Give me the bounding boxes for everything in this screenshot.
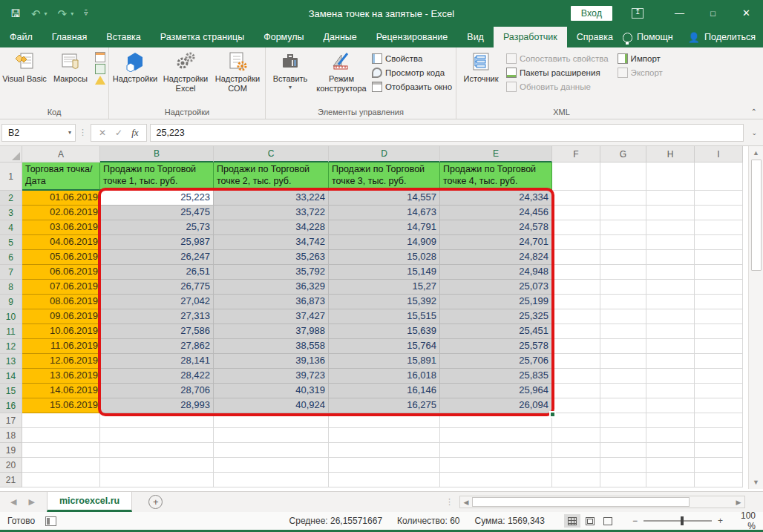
undo-icon[interactable]: ↶	[31, 8, 41, 19]
cell-H15[interactable]	[646, 384, 695, 398]
cell-A3[interactable]: 02.06.2019	[22, 206, 100, 220]
cell-D5[interactable]: 14,909	[329, 235, 440, 250]
cell-E20[interactable]	[440, 458, 552, 473]
page-layout-view-button[interactable]	[582, 514, 598, 528]
cell-G14[interactable]	[600, 369, 646, 384]
row-header-3[interactable]: 3	[0, 206, 22, 220]
cell-D14[interactable]: 16,018	[329, 369, 440, 384]
row-header-18[interactable]: 18	[0, 428, 22, 443]
cell-G3[interactable]	[600, 206, 646, 220]
visual-basic-button[interactable]: Visual Basic	[1, 49, 48, 84]
expand-formula-bar-icon[interactable]: ⌄	[747, 129, 762, 137]
cell-E21[interactable]	[440, 473, 552, 487]
cell-F21[interactable]	[552, 473, 600, 487]
properties-button[interactable]: Свойства	[370, 53, 454, 65]
source-button[interactable]: Источник	[458, 49, 504, 84]
cell-F8[interactable]	[552, 280, 600, 295]
cell-C4[interactable]: 34,228	[214, 220, 329, 235]
cell-D18[interactable]	[329, 428, 440, 443]
macro-record-icon[interactable]	[45, 516, 56, 526]
cell-A20[interactable]	[22, 458, 100, 473]
cell-E7[interactable]: 24,948	[440, 265, 552, 280]
cell-E9[interactable]: 25,199	[440, 295, 552, 309]
cell-E18[interactable]	[440, 428, 552, 443]
cell-C3[interactable]: 33,722	[214, 206, 329, 220]
column-header-H[interactable]: H	[646, 146, 695, 162]
scroll-right-icon[interactable]: ▶	[733, 496, 744, 508]
cell-B16[interactable]: 28,993	[100, 398, 214, 413]
cell-H11[interactable]	[646, 324, 695, 339]
cell-H14[interactable]	[646, 369, 695, 384]
tab-view[interactable]: Вид	[457, 27, 494, 47]
row-header-13[interactable]: 13	[0, 354, 22, 369]
helper-label[interactable]: Помощн	[637, 32, 673, 42]
cell-B2[interactable]: 25,223	[100, 191, 214, 206]
cell-F18[interactable]	[552, 428, 600, 443]
cell-H13[interactable]	[646, 354, 695, 369]
cell-G5[interactable]	[600, 235, 646, 250]
cell-H4[interactable]	[646, 220, 695, 235]
cell-F5[interactable]	[552, 235, 600, 250]
cell-G7[interactable]	[600, 265, 646, 280]
cell-C2[interactable]: 33,224	[214, 191, 329, 206]
page-break-view-button[interactable]	[600, 514, 616, 528]
relative-references-icon[interactable]	[95, 64, 105, 74]
ribbon-display-options-icon[interactable]	[632, 8, 644, 19]
cell-A12[interactable]: 11.06.2019	[22, 339, 100, 354]
cell-H6[interactable]	[646, 250, 695, 265]
login-button[interactable]: Вход	[571, 6, 612, 21]
cell-H12[interactable]	[646, 339, 695, 354]
cell-D2[interactable]: 14,557	[329, 191, 440, 206]
horizontal-scrollbar[interactable]: ◀ ▶	[459, 496, 745, 508]
cell-C20[interactable]	[214, 458, 329, 473]
cell-C16[interactable]: 40,924	[214, 398, 329, 413]
cell-B20[interactable]	[100, 458, 214, 473]
cell-B13[interactable]: 28,141	[100, 354, 214, 369]
cell-F15[interactable]	[552, 384, 600, 398]
enter-icon[interactable]: ✓	[115, 128, 122, 138]
cell-G15[interactable]	[600, 384, 646, 398]
cell-A10[interactable]: 09.06.2019	[22, 309, 100, 324]
cell-C13[interactable]: 39,136	[214, 354, 329, 369]
cell-A4[interactable]: 03.06.2019	[22, 220, 100, 235]
cell-I6[interactable]	[695, 250, 743, 265]
cell-D3[interactable]: 14,673	[329, 206, 440, 220]
cell-G4[interactable]	[600, 220, 646, 235]
normal-view-button[interactable]	[564, 514, 580, 528]
redo-dropdown-icon[interactable]: ▾	[71, 10, 73, 17]
cell-E17[interactable]	[440, 413, 552, 428]
cell-B18[interactable]	[100, 428, 214, 443]
cell-E5[interactable]: 24,701	[440, 235, 552, 250]
cell-E19[interactable]	[440, 443, 552, 458]
row-header-16[interactable]: 16	[0, 398, 22, 413]
cell-B6[interactable]: 26,247	[100, 250, 214, 265]
cell-B4[interactable]: 25,73	[100, 220, 214, 235]
cell-B21[interactable]	[100, 473, 214, 487]
cell-I17[interactable]	[695, 413, 743, 428]
tab-developer[interactable]: Разработчик	[494, 27, 567, 47]
row-header-19[interactable]: 19	[0, 443, 22, 458]
cell-C12[interactable]: 38,558	[214, 339, 329, 354]
cell-G16[interactable]	[600, 398, 646, 413]
cell-D9[interactable]: 15,392	[329, 295, 440, 309]
cell-I11[interactable]	[695, 324, 743, 339]
maximize-button[interactable]: □	[696, 0, 730, 27]
cell-B19[interactable]	[100, 443, 214, 458]
row-header-6[interactable]: 6	[0, 250, 22, 265]
customize-qat-icon[interactable]: ▿̄	[84, 10, 88, 17]
name-box[interactable]: B2 ▾	[1, 124, 76, 142]
cell-D7[interactable]: 15,149	[329, 265, 440, 280]
zoom-in-icon[interactable]: +	[718, 516, 723, 526]
cell-I4[interactable]	[695, 220, 743, 235]
cell-H7[interactable]	[646, 265, 695, 280]
cell-C6[interactable]: 35,263	[214, 250, 329, 265]
column-header-C[interactable]: C	[214, 146, 329, 162]
cell-G6[interactable]	[600, 250, 646, 265]
cell-B14[interactable]: 28,422	[100, 369, 214, 384]
cell-B3[interactable]: 25,475	[100, 206, 214, 220]
cell-I12[interactable]	[695, 339, 743, 354]
tab-insert[interactable]: Вставка	[96, 27, 150, 47]
cell-F11[interactable]	[552, 324, 600, 339]
expansion-packs-button[interactable]: Пакеты расширения	[504, 67, 611, 79]
cell-B5[interactable]: 25,987	[100, 235, 214, 250]
